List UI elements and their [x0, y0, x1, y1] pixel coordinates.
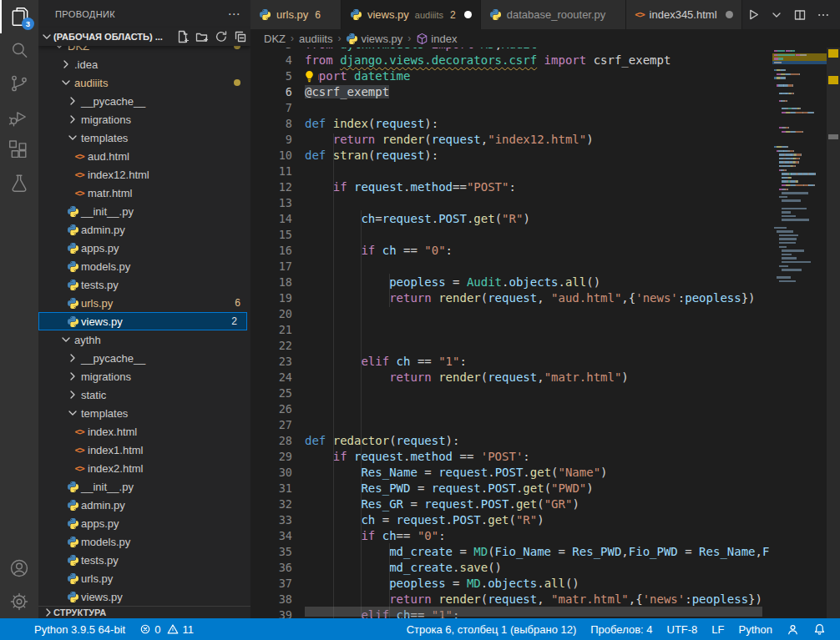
views-and-more-actions-icon[interactable]: ⋯ — [228, 7, 240, 22]
tree-item-.idea[interactable]: .idea — [38, 55, 250, 73]
status-encoding[interactable]: UTF-8 — [661, 618, 704, 640]
tree-item-audiiits[interactable]: audiiits — [38, 73, 250, 92]
tab-views.py[interactable]: views.pyaudiiits2 — [342, 0, 481, 29]
problems-badge: 6 — [315, 9, 321, 21]
status-problems[interactable]: 011 — [134, 618, 200, 640]
activity-bar-item-run-and-debug[interactable] — [0, 100, 38, 134]
horizontal-scrollbar[interactable] — [305, 607, 772, 617]
overview-ruler-mark — [828, 134, 838, 139]
lightbulb-icon[interactable] — [303, 69, 318, 83]
refresh-icon[interactable] — [215, 30, 228, 43]
tree-item-aythh[interactable]: aythh — [38, 330, 250, 349]
tree-item-tests.py[interactable]: tests.py — [38, 551, 250, 569]
tab-database_roouter.py[interactable]: database_roouter.py — [481, 0, 627, 29]
tree-item-matr.html[interactable]: <>matr.html — [38, 184, 250, 202]
symbol-namespace-icon — [416, 33, 428, 45]
tree-item-__pycache__[interactable]: __pycache__ — [38, 349, 250, 367]
tree-item-migrations[interactable]: migrations — [38, 110, 250, 129]
tree-item-apps.py[interactable]: apps.py — [38, 239, 250, 257]
tab-urls.py[interactable]: urls.py6 — [250, 0, 342, 29]
tree-item-index.html[interactable]: <>index.html — [38, 422, 250, 441]
breadcrumb-item-index[interactable]: index — [416, 33, 457, 45]
status-indentation[interactable]: Пробелов: 4 — [584, 618, 658, 640]
tab-bar: urls.py6views.pyaudiiits2database_rooute… — [250, 0, 840, 29]
tree-item-label: index1.html — [88, 444, 143, 456]
tree-item-urls.py[interactable]: urls.py6 — [38, 294, 250, 312]
tree-item-__init__.py[interactable]: __init__.py — [38, 477, 250, 496]
status-eol[interactable]: LF — [706, 618, 730, 640]
dirty-indicator-dot[interactable] — [726, 11, 733, 18]
breadcrumb-item-DKZ[interactable]: DKZ — [264, 33, 286, 45]
line-number: 25 — [250, 386, 292, 401]
tree-item-index12.html[interactable]: <>index12.html — [38, 165, 250, 184]
outline-section-header[interactable]: СТРУКТУРА — [38, 606, 250, 618]
tree-item-index1.html[interactable]: <>index1.html — [38, 441, 250, 459]
tree-item-__init__.py[interactable]: __init__.py — [38, 202, 250, 220]
tree-item-label: __pycache__ — [81, 352, 145, 365]
status-python-interpreter[interactable]: Python 3.9.5 64-bit — [28, 618, 131, 640]
tree-item-views.py[interactable]: views.py2 — [38, 312, 247, 330]
tab-index345.html[interactable]: <>index345.html — [626, 0, 741, 29]
tree-item-label: apps.py — [81, 517, 119, 530]
tree-item-label: admin.py — [81, 224, 125, 236]
tree-item-static[interactable]: static — [38, 386, 250, 404]
tree-item-label: apps.py — [81, 242, 119, 254]
status-cursor-position[interactable]: Строка 6, столбец 1 (выбрано 12) — [401, 618, 583, 640]
activity-bar-item-accounts[interactable] — [0, 552, 38, 585]
tree-item-templates[interactable]: templates — [38, 404, 250, 422]
tree-item-tests.py[interactable]: tests.py — [38, 275, 250, 294]
status-feedback[interactable] — [781, 618, 805, 640]
more-actions[interactable] — [813, 5, 833, 25]
activity-bar-item-settings[interactable] — [0, 585, 38, 618]
activity-bar-item-source-control[interactable] — [0, 67, 38, 100]
tree-item-apps.py[interactable]: apps.py — [38, 514, 250, 532]
run-dropdown[interactable] — [767, 5, 787, 25]
explorer-actions — [176, 30, 247, 43]
tree-item-label: static — [81, 389, 106, 401]
status-language-mode[interactable]: Python — [733, 618, 778, 640]
breadcrumb-item-views.py[interactable]: views.py — [346, 33, 402, 45]
tree-item-templates[interactable]: templates — [38, 129, 250, 147]
code-line-7 — [305, 100, 840, 116]
indent-guide — [333, 134, 334, 618]
chevron-right-icon — [66, 370, 79, 383]
new-file-icon[interactable] — [176, 30, 190, 43]
split-editor[interactable] — [790, 5, 810, 25]
activity-bar-item-explorer[interactable]: 3 — [0, 0, 38, 33]
tree-item-views.py[interactable]: views.py — [38, 587, 250, 606]
workspace-section-header[interactable]: (РАБОЧАЯ ОБЛАСТЬ) ... — [38, 28, 250, 46]
tree-item-__pycache__[interactable]: __pycache__ — [38, 92, 250, 110]
tree-item-urls.py[interactable]: urls.py — [38, 569, 250, 587]
code-editor[interactable]: 3456789101112131415161718192021222324252… — [250, 48, 840, 618]
line-number: 36 — [250, 560, 292, 576]
dirty-indicator-dot[interactable] — [464, 11, 472, 18]
code-line-36: md_create.save() — [305, 560, 840, 576]
status-notifications[interactable] — [807, 618, 832, 640]
activity-bar-item-search[interactable] — [0, 33, 38, 67]
breadcrumb-item-audiiits[interactable]: audiiits — [299, 33, 332, 45]
html-icon: <> — [74, 463, 83, 474]
new-folder-icon[interactable] — [195, 30, 209, 43]
scrollbar-thumb[interactable] — [305, 607, 762, 617]
code-line-32: Res_GR = request.POST.get("GR") — [305, 496, 840, 512]
tree-item-index2.html[interactable]: <>index2.html — [38, 459, 250, 477]
minimap[interactable] — [772, 48, 827, 618]
run-python-file[interactable] — [742, 4, 763, 25]
tree-item-aud.html[interactable]: <>aud.html — [38, 147, 250, 165]
collapse-all-icon[interactable] — [234, 30, 247, 43]
new-folder-icon — [195, 30, 209, 43]
tree-item-migrations[interactable]: migrations — [38, 367, 250, 386]
tab-label: index345.html — [650, 8, 717, 21]
tree-item-models.py[interactable]: models.py — [38, 532, 250, 551]
code-line-21 — [305, 322, 840, 338]
tree-item-models.py[interactable]: models.py — [38, 257, 250, 275]
tree-item-admin.py[interactable]: admin.py — [38, 220, 250, 239]
breadcrumb-separator: › — [291, 33, 294, 44]
tree-item-label: views.py — [81, 315, 123, 328]
activity-bar-item-testing[interactable] — [0, 167, 38, 200]
tree-item-admin.py[interactable]: admin.py — [38, 496, 250, 514]
activity-bar-item-extensions[interactable] — [0, 134, 38, 167]
breadcrumb-separator: › — [337, 33, 341, 44]
run-icon — [744, 6, 762, 23]
line-number: 9 — [250, 132, 292, 148]
